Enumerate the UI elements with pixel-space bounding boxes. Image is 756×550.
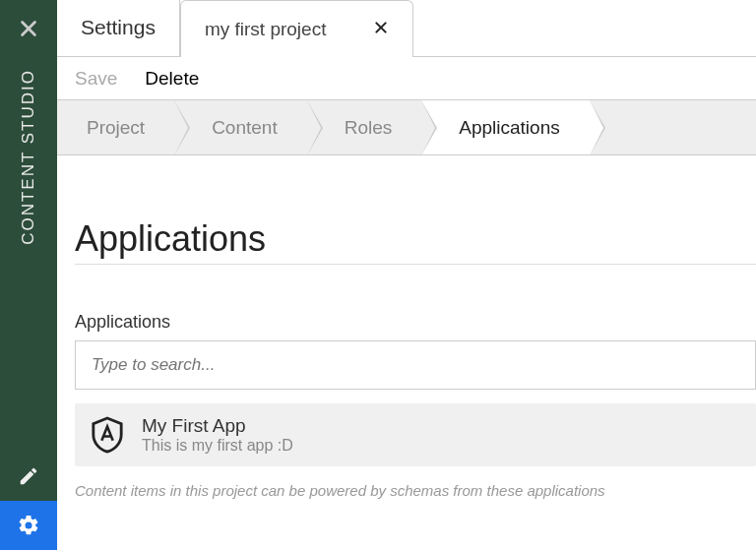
applications-search-input[interactable] (75, 340, 756, 390)
sidebar-close-button[interactable] (0, 0, 57, 57)
gear-icon (17, 514, 40, 537)
tab-label: Settings (81, 16, 156, 39)
tab-close-button[interactable] (373, 19, 389, 40)
sidebar-edit-button[interactable] (0, 452, 57, 501)
sidebar: CONTENT STUDIO (0, 0, 57, 550)
tab-label: my first project (205, 19, 327, 40)
pencil-icon (18, 465, 39, 487)
sidebar-settings-button[interactable] (0, 501, 57, 550)
field-label-applications: Applications (75, 312, 756, 333)
sidebar-title: CONTENT STUDIO (19, 69, 38, 245)
app-text: My First App This is my first app :D (142, 415, 293, 455)
app-name: My First App (142, 415, 293, 437)
app-description: This is my first app :D (142, 437, 293, 455)
tab-project[interactable]: my first project (180, 0, 414, 57)
wizard-step-content[interactable]: Content (174, 100, 307, 154)
save-button[interactable]: Save (75, 68, 117, 90)
wizard-steps: ProjectContentRolesApplications (57, 100, 756, 155)
tab-bar: Settings my first project (57, 0, 756, 57)
applications-hint: Content items in this project can be pow… (75, 482, 756, 499)
wizard-step-applications[interactable]: Applications (421, 100, 589, 154)
content-area: Applications Applications My First App T… (57, 155, 756, 550)
action-bar: Save Delete (57, 57, 756, 100)
wizard-step-roles[interactable]: Roles (307, 100, 422, 154)
app-icon (89, 416, 126, 454)
delete-button[interactable]: Delete (145, 68, 199, 90)
app-card[interactable]: My First App This is my first app :D (75, 403, 756, 466)
tab-settings[interactable]: Settings (57, 0, 180, 56)
page-heading: Applications (75, 218, 756, 265)
wizard-step-project[interactable]: Project (61, 100, 174, 154)
close-icon (373, 20, 389, 35)
main: Settings my first project Save Delete Pr… (57, 0, 756, 550)
close-icon (18, 18, 39, 39)
